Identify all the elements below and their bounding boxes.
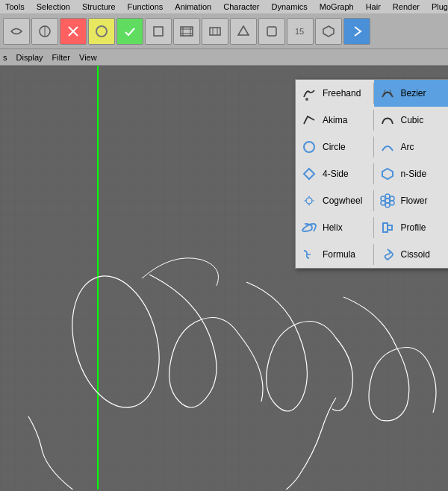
cubic-icon	[379, 111, 396, 129]
dropdown-item-formula[interactable]: Formula	[296, 241, 373, 268]
svg-point-27	[390, 201, 394, 205]
dropdown-row-7: Formula Cissoid	[296, 241, 448, 268]
menubar: Tools Selection Structure Functions Anim…	[0, 0, 448, 13]
akima-label: Akima	[323, 115, 347, 125]
dropdown-item-cubic[interactable]: Cubic	[374, 107, 449, 134]
toolbar2-filter[interactable]: Filter	[52, 53, 70, 62]
4side-icon	[300, 165, 318, 183]
bezier-label: Bezier	[401, 88, 426, 98]
dropdown-row-2: Akima Cubic	[296, 107, 448, 134]
dropdown-item-arc[interactable]: Arc	[374, 134, 449, 160]
toolbar-btn-2[interactable]	[31, 18, 58, 45]
menu-tools[interactable]: Tools	[3, 2, 27, 11]
dropdown-item-bezier[interactable]: Bezier	[374, 80, 449, 107]
menu-mograph[interactable]: MoGraph	[317, 2, 356, 11]
svg-point-18	[305, 98, 308, 101]
dropdown-row-6: Helix Profile	[296, 214, 448, 241]
circle-label: Circle	[323, 142, 346, 152]
profile-icon	[379, 219, 396, 237]
dropdown-row-1: Freehand Bezier	[296, 80, 448, 107]
4side-label: 4-Side	[323, 169, 349, 179]
toolbar-btn-5[interactable]	[202, 18, 228, 45]
dropdown-row-4: 4-Side n-Side	[296, 160, 448, 187]
nside-icon	[379, 165, 396, 183]
circle-icon	[300, 138, 318, 156]
toolbar-btn-circle[interactable]	[88, 18, 115, 45]
nside-label: n-Side	[401, 169, 427, 179]
flower-label: Flower	[401, 196, 428, 206]
main-viewport: Freehand Bezier Akima	[0, 66, 448, 490]
formula-icon	[300, 246, 318, 263]
svg-rect-6	[181, 27, 193, 36]
cogwheel-icon	[300, 192, 318, 210]
freehand-icon	[300, 84, 318, 102]
toolbar-btn-close[interactable]	[60, 18, 87, 45]
toolbar-btn-film[interactable]	[173, 18, 200, 45]
svg-point-21	[304, 142, 314, 152]
toolbar-btn-8[interactable]: 15	[287, 18, 314, 45]
menu-selection[interactable]: Selection	[34, 2, 72, 11]
menu-render[interactable]: Render	[391, 2, 422, 11]
helix-label: Helix	[323, 222, 343, 233]
dropdown-item-4side[interactable]: 4-Side	[296, 160, 373, 187]
dropdown-item-helix[interactable]: Helix	[296, 214, 373, 241]
dropdown-item-circle[interactable]: Circle	[296, 134, 373, 160]
svg-rect-11	[210, 28, 220, 35]
menu-character[interactable]: Character	[221, 2, 261, 11]
svg-rect-14	[267, 27, 276, 36]
akima-icon	[300, 111, 318, 129]
svg-point-26	[390, 196, 394, 201]
menu-hair[interactable]: Hair	[364, 2, 383, 11]
toolbar2: s Display Filter View	[0, 49, 448, 66]
profile-label: Profile	[401, 222, 426, 233]
dropdown-menu: Freehand Bezier Akima	[295, 79, 448, 269]
dropdown-row-5: Cogwheel Flower	[296, 187, 448, 214]
toolbar-btn-3d[interactable]	[315, 18, 342, 45]
toolbar-btn-7[interactable]	[258, 18, 285, 45]
dropdown-item-akima[interactable]: Akima	[296, 107, 373, 134]
toolbar2-display[interactable]: Display	[16, 53, 43, 62]
svg-point-4	[96, 26, 107, 37]
helix-icon	[300, 219, 318, 237]
dropdown-item-flower[interactable]: Flower	[374, 187, 449, 214]
menu-animation[interactable]: Animation	[172, 2, 214, 11]
svg-point-30	[381, 196, 385, 201]
dropdown-item-cogwheel[interactable]: Cogwheel	[296, 187, 373, 214]
svg-text:15: 15	[295, 27, 304, 36]
svg-point-29	[381, 201, 385, 205]
toolbar2-s[interactable]: s	[3, 53, 7, 62]
toolbar-btn-check[interactable]	[116, 18, 143, 45]
svg-rect-5	[154, 27, 163, 36]
toolbar: 15	[0, 13, 448, 49]
bezier-icon	[379, 84, 396, 102]
dropdown-row-3: Circle Arc	[296, 134, 448, 160]
dropdown-item-nside[interactable]: n-Side	[374, 160, 449, 187]
dropdown-item-freehand[interactable]: Freehand	[296, 80, 373, 107]
cubic-label: Cubic	[401, 115, 424, 125]
menu-dynamics[interactable]: Dynamics	[270, 2, 310, 11]
svg-marker-22	[382, 169, 393, 179]
freehand-label: Freehand	[323, 88, 361, 98]
arc-icon	[379, 138, 396, 156]
svg-point-28	[385, 203, 390, 207]
menu-structure[interactable]: Structure	[80, 2, 118, 11]
toolbar2-view[interactable]: View	[79, 53, 97, 62]
cissoid-label: Cissoid	[401, 249, 430, 260]
cissoid-icon	[379, 246, 396, 263]
cogwheel-label: Cogwheel	[323, 196, 362, 206]
arc-label: Arc	[401, 142, 414, 152]
toolbar-btn-box[interactable]	[145, 18, 172, 45]
menu-plugins[interactable]: Plugins	[429, 2, 448, 11]
svg-rect-32	[388, 225, 392, 230]
menu-functions[interactable]: Functions	[125, 2, 166, 11]
dropdown-item-profile[interactable]: Profile	[374, 214, 449, 241]
toolbar-btn-6[interactable]	[230, 18, 257, 45]
toolbar-btn-arrow[interactable]	[343, 18, 370, 45]
toolbar-btn-1[interactable]	[3, 18, 30, 45]
svg-point-17	[59, 266, 173, 417]
svg-point-25	[385, 194, 390, 198]
formula-label: Formula	[323, 249, 355, 260]
dropdown-item-cissoid[interactable]: Cissoid	[374, 241, 449, 268]
svg-point-23	[306, 198, 312, 204]
svg-point-24	[385, 198, 390, 203]
